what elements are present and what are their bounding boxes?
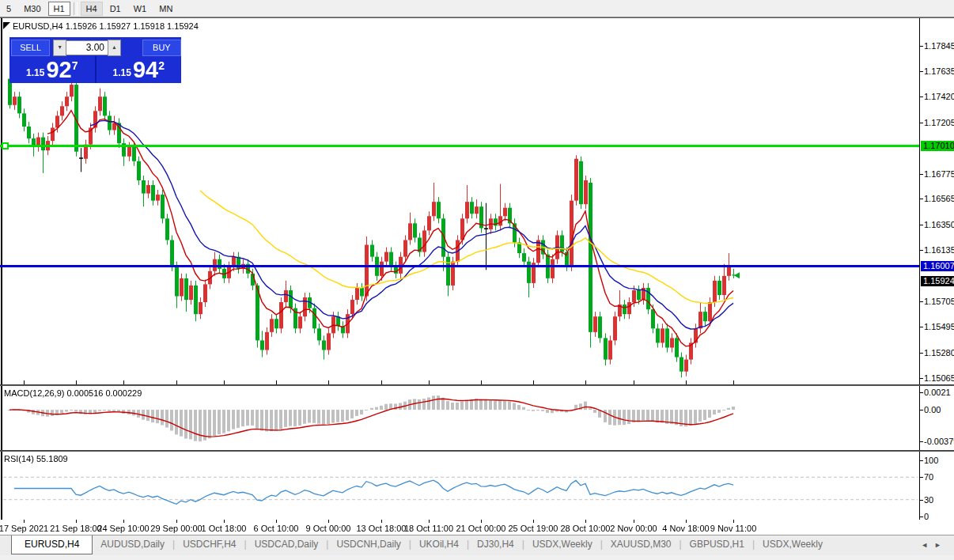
time-label: 13 Oct 18:00 xyxy=(357,524,407,533)
price-label-tick xyxy=(920,96,923,97)
rsi-pane[interactable]: RSI(14) 55.1809 10070300 xyxy=(0,451,954,520)
price-label-tick xyxy=(920,301,923,302)
time-tick xyxy=(176,520,177,523)
macd-axis-label: 0.0021 xyxy=(924,388,951,397)
sell-price-big: 92 xyxy=(46,58,71,81)
time-label: 9 Nov 11:00 xyxy=(710,524,757,533)
chart-tab-ukoil-h4[interactable]: UKOil,H4 xyxy=(411,535,467,553)
macd-values: 0.000516 0.000229 xyxy=(66,388,142,398)
price-label-tick xyxy=(920,199,923,199)
time-label: 24 Sep 10:00 xyxy=(97,524,149,533)
rsi-axis-label-tick xyxy=(920,460,923,461)
price-label: 1.15495 xyxy=(924,322,954,331)
timeframe-button-mn[interactable]: MN xyxy=(153,2,178,16)
timeframe-button-d1[interactable]: D1 xyxy=(104,2,127,16)
time-label: 29 Sep 00:00 xyxy=(150,524,202,533)
time-axis[interactable]: 17 Sep 202121 Sep 18:0024 Sep 10:0029 Se… xyxy=(0,520,954,535)
sell-button[interactable]: SELL xyxy=(11,40,50,56)
volume-input[interactable] xyxy=(66,40,108,55)
timeframe-button-m30[interactable]: M30 xyxy=(18,2,46,16)
status-bar xyxy=(0,555,954,560)
hline-price-badge-green: 1.17010 xyxy=(921,141,954,151)
price-label-tick xyxy=(920,225,923,225)
macd-axis-label-tick xyxy=(920,410,923,411)
chart-tab-dj30-h4[interactable]: DJ30,H4 xyxy=(469,535,522,553)
macd-pane[interactable]: MACD(12,26,9) 0.000516 0.000229 0.00210.… xyxy=(0,385,954,451)
price-label-tick xyxy=(920,327,923,327)
time-tick xyxy=(328,520,329,523)
chart-tab-gbpusd-h1[interactable]: GBPUSD,H1 xyxy=(682,535,752,553)
buy-price[interactable]: 1.15 94 2 xyxy=(97,56,182,83)
chevron-down-icon: ▼ xyxy=(57,44,62,50)
time-tick xyxy=(381,520,382,523)
time-tick xyxy=(276,520,277,523)
time-tick xyxy=(533,520,534,523)
time-label: 28 Oct 10:00 xyxy=(561,524,611,533)
toolbar-separator xyxy=(74,2,78,15)
rsi-axis-label-tick xyxy=(920,500,923,501)
buy-price-sup: 2 xyxy=(158,59,165,72)
sell-price[interactable]: 1.15 92 7 xyxy=(9,56,95,83)
sell-price-small: 1.15 xyxy=(26,67,44,78)
timeframe-button-5[interactable]: 5 xyxy=(1,2,17,16)
price-label: 1.15065 xyxy=(924,373,954,383)
buy-price-small: 1.15 xyxy=(113,67,131,78)
rsi-value: 55.1809 xyxy=(36,454,68,464)
rsi-axis-label-tick xyxy=(920,477,923,478)
time-label: 18 Oct 11:00 xyxy=(404,524,453,533)
chart-header: EURUSD,H4 1.15926 1.15927 1.15918 1.1592… xyxy=(13,21,199,31)
price-label: 1.16135 xyxy=(924,245,954,255)
timeframe-button-w1[interactable]: W1 xyxy=(128,2,153,16)
price-label: 1.16775 xyxy=(924,169,954,179)
rsi-axis-label-tick xyxy=(920,516,923,517)
time-tick xyxy=(24,520,25,523)
chart-corner-icon xyxy=(3,22,10,29)
rsi-canvas[interactable] xyxy=(0,452,920,520)
chart-tab-xauusd-m30[interactable]: XAUUSD,M30 xyxy=(603,535,680,553)
rsi-axis-label: 30 xyxy=(924,495,933,505)
sell-price-sup: 7 xyxy=(72,59,78,72)
chart-tab-usdx-weekly[interactable]: USDX,Weekly xyxy=(524,535,600,553)
price-label-tick xyxy=(920,123,923,123)
chart-tab-usdx-weekly[interactable]: USDX,Weekly xyxy=(755,535,831,553)
volume-increase-button[interactable]: ▲ xyxy=(108,40,121,56)
time-tick xyxy=(686,520,687,523)
chart-tab-usdcad-daily[interactable]: USDCAD,Daily xyxy=(247,535,327,553)
price-label-tick xyxy=(920,250,923,251)
rsi-axis-label: 70 xyxy=(924,472,933,482)
time-label: 9 Oct 00:00 xyxy=(306,524,351,533)
chart-tab-audusd-daily[interactable]: AUDUSD,Daily xyxy=(93,535,172,553)
time-tick xyxy=(733,520,734,523)
price-label: 1.15705 xyxy=(924,297,954,306)
main-chart-pane[interactable]: EURUSD,H4 1.15926 1.15927 1.15918 1.1592… xyxy=(0,17,954,385)
chart-tab-usdcnh-daily[interactable]: USDCNH,Daily xyxy=(328,535,408,553)
chart-tab-bar: EURUSD,H4AUDUSD,Daily|USDCHF,H4|USDCAD,D… xyxy=(0,535,954,556)
buy-button[interactable]: BUY xyxy=(142,40,181,56)
chart-ohlc-values: 1.15926 1.15927 1.15918 1.15924 xyxy=(66,21,199,31)
scroll-right-icon[interactable]: ► xyxy=(934,541,948,549)
macd-axis-label: 0.00 xyxy=(924,405,941,414)
price-label-tick xyxy=(920,71,923,72)
timeframe-button-h4[interactable]: H4 xyxy=(81,2,103,16)
volume-decrease-button[interactable]: ▼ xyxy=(53,40,66,56)
macd-axis-label-tick xyxy=(920,441,923,442)
chart-symbol-label: EURUSD,H4 xyxy=(13,21,63,31)
one-click-trade-panel: SELL ▼ ▲ BUY 1.15 92 7 1.15 94 2 xyxy=(9,37,181,83)
chart-tab-eurusd-h4[interactable]: EURUSD,H4 xyxy=(11,535,93,554)
macd-label: MACD(12,26,9) 0.000516 0.000229 xyxy=(4,388,142,398)
time-label: 21 Sep 18:00 xyxy=(50,524,101,533)
scroll-left-icon[interactable]: ◄ xyxy=(921,541,934,549)
time-label: 25 Oct 19:00 xyxy=(509,524,558,533)
current-price-badge: 1.15924 xyxy=(921,276,954,286)
timeframe-button-h1[interactable]: H1 xyxy=(48,2,70,16)
time-tick xyxy=(76,520,77,523)
chart-tab-usdchf-h4[interactable]: USDCHF,H4 xyxy=(175,535,244,553)
time-tick xyxy=(224,520,225,523)
rsi-title: RSI(14) xyxy=(4,454,34,464)
timeframe-toolbar: 5M30H1H4D1W1MN xyxy=(0,0,954,17)
tab-scroll-arrows[interactable]: ◄► xyxy=(921,541,948,549)
time-tick xyxy=(585,520,586,523)
time-label: 2 Nov 00:00 xyxy=(610,524,657,533)
macd-title: MACD(12,26,9) xyxy=(4,388,64,398)
buy-price-big: 94 xyxy=(133,58,158,81)
